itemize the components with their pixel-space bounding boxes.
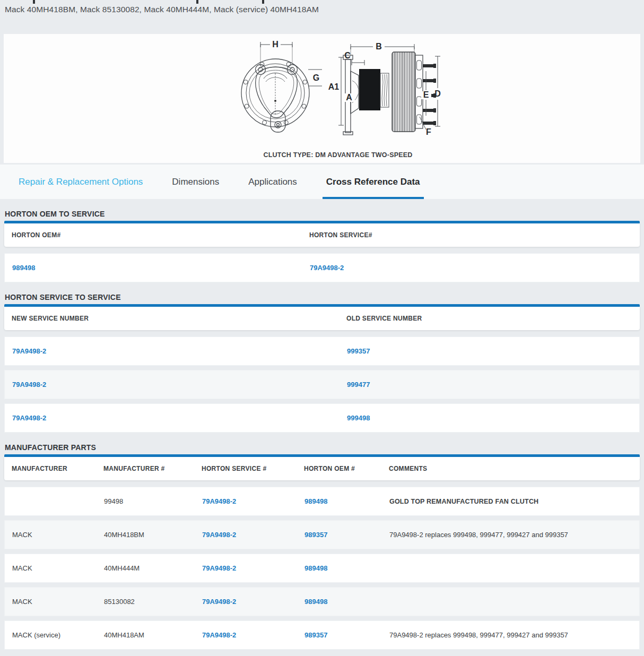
part-number-link[interactable]: 999477 <box>347 381 370 389</box>
tab-bar: Repair & Replacement Options Dimensions … <box>0 165 644 199</box>
table-header-row: MANUFACTURER MANUFACTURER # HORTON SERVI… <box>4 457 640 480</box>
table-row: 79A9498-2 999357 <box>4 336 640 366</box>
horton-oem-link[interactable]: 989357 <box>304 531 327 539</box>
table-row: MACK 40MH418BM 79A9498-2 989357 79A9498-… <box>4 520 640 549</box>
part-number-link[interactable]: 999357 <box>347 347 370 355</box>
section-oem-to-service: HORTON OEM TO SERVICE HORTON OEM# HORTON… <box>4 210 640 282</box>
section-title: MANUFACTURER PARTS <box>5 443 640 452</box>
section-service-to-service: HORTON SERVICE TO SERVICE NEW SERVICE NU… <box>4 293 640 433</box>
table-row: 79A9498-2 999498 <box>4 403 640 433</box>
dim-label-f: F <box>426 127 431 136</box>
comments-cell: GOLD TOP REMANUFACTURED FAN CLUTCH <box>389 498 639 505</box>
column-header-horton-service: HORTON SERVICE # <box>202 465 304 472</box>
part-number-link[interactable]: 79A9498-2 <box>12 347 46 355</box>
dim-label-d: D <box>434 89 441 98</box>
dim-label-e: E <box>423 90 429 99</box>
table-row: 99498 79A9498-2 989498 GOLD TOP REMANUFA… <box>4 487 640 516</box>
manufacturer-number-cell: 40MH418AM <box>104 631 202 639</box>
comments-cell: 79A9498-2 replaces 999498, 999477, 99942… <box>389 631 639 639</box>
section-title: HORTON OEM TO SERVICE <box>5 210 640 218</box>
table-row: MACK (service) 40MH418AM 79A9498-2 98935… <box>4 620 640 650</box>
part-number-link[interactable]: 79A9498-2 <box>12 414 46 422</box>
manufacturer-cell: MACK <box>12 598 104 606</box>
cross-reference-content: HORTON OEM TO SERVICE HORTON OEM# HORTON… <box>0 210 644 650</box>
cropped-page-title-fragment <box>33 0 35 4</box>
table-header-row: HORTON OEM# HORTON SERVICE# <box>4 223 640 247</box>
tab-cross-reference-data[interactable]: Cross Reference Data <box>326 165 420 199</box>
table-row: MACK 85130082 79A9498-2 989498 <box>4 587 640 616</box>
manufacturer-number-cell: 99498 <box>104 497 202 505</box>
part-number-link[interactable]: 79A9498-2 <box>12 381 46 389</box>
manufacturer-cell: MACK <box>12 564 104 572</box>
page-subtitle: Mack 40MH418BM, Mack 85130082, Mack 40MH… <box>5 5 319 14</box>
clutch-diagram-panel: H G A1 A B C D E F CLUTCH TYPE: DM ADVAN… <box>4 34 640 163</box>
fan-clutch-technical-drawing-icon: H G A1 A B C D E F <box>239 36 451 142</box>
manufacturer-number-cell: 40MH444M <box>104 564 202 572</box>
dim-label-g: G <box>313 73 319 82</box>
tab-repair-replacement-options[interactable]: Repair & Replacement Options <box>19 165 143 199</box>
part-number-link[interactable]: 999498 <box>347 414 370 422</box>
dim-label-a: A <box>346 93 352 102</box>
table-row: 79A9498-2 999477 <box>4 370 640 399</box>
cropped-page-title-fragment <box>196 0 198 4</box>
manufacturer-cell: MACK (service) <box>12 631 104 639</box>
horton-oem-link[interactable]: 989357 <box>304 631 327 639</box>
horton-service-link[interactable]: 79A9498-2 <box>202 564 236 572</box>
column-header-horton-oem: HORTON OEM# <box>12 231 309 239</box>
column-header-horton-service: HORTON SERVICE# <box>309 231 640 239</box>
column-header-new-service: NEW SERVICE NUMBER <box>12 315 346 322</box>
column-header-manufacturer-num: MANUFACTURER # <box>103 465 202 472</box>
cropped-page-title-fragment <box>262 0 264 4</box>
part-number-link[interactable]: 989498 <box>12 264 35 272</box>
manufacturer-number-cell: 85130082 <box>104 598 202 606</box>
column-header-comments: COMMENTS <box>389 465 640 472</box>
page-header: Mack 40MH418BM, Mack 85130082, Mack 40MH… <box>0 0 644 34</box>
tab-applications[interactable]: Applications <box>248 165 297 199</box>
horton-oem-link[interactable]: 989498 <box>304 497 327 505</box>
horton-service-link[interactable]: 79A9498-2 <box>202 497 236 505</box>
section-title: HORTON SERVICE TO SERVICE <box>5 293 640 301</box>
table-row: MACK 40MH444M 79A9498-2 989498 <box>4 554 640 583</box>
table-row: 989498 79A9498-2 <box>4 253 640 282</box>
horton-oem-link[interactable]: 989498 <box>304 598 327 606</box>
column-header-manufacturer: MANUFACTURER <box>12 465 103 472</box>
comments-cell: 79A9498-2 replaces 999498, 999477, 99942… <box>389 531 639 539</box>
horton-oem-link[interactable]: 989498 <box>304 564 327 572</box>
horton-service-link[interactable]: 79A9498-2 <box>202 531 236 539</box>
horton-service-link[interactable]: 79A9498-2 <box>202 631 236 639</box>
column-header-horton-oem: HORTON OEM # <box>304 465 389 472</box>
dim-label-b: B <box>376 42 382 51</box>
table-header-row: NEW SERVICE NUMBER OLD SERVICE NUMBER <box>4 307 640 330</box>
part-number-link[interactable]: 79A9498-2 <box>310 264 344 272</box>
horton-service-link[interactable]: 79A9498-2 <box>202 598 236 606</box>
manufacturer-number-cell: 40MH418BM <box>104 531 202 539</box>
manufacturer-cell: MACK <box>12 531 104 539</box>
tab-dimensions[interactable]: Dimensions <box>172 165 219 199</box>
dim-label-a1: A1 <box>328 82 340 91</box>
dim-label-h: H <box>272 40 279 49</box>
section-manufacturer-parts: MANUFACTURER PARTS MANUFACTURER MANUFACT… <box>4 443 640 650</box>
clutch-type-caption: CLUTCH TYPE: DM ADVANTAGE TWO-SPEED <box>4 151 640 159</box>
column-header-old-service: OLD SERVICE NUMBER <box>346 315 640 322</box>
dim-label-c: C <box>344 51 351 60</box>
